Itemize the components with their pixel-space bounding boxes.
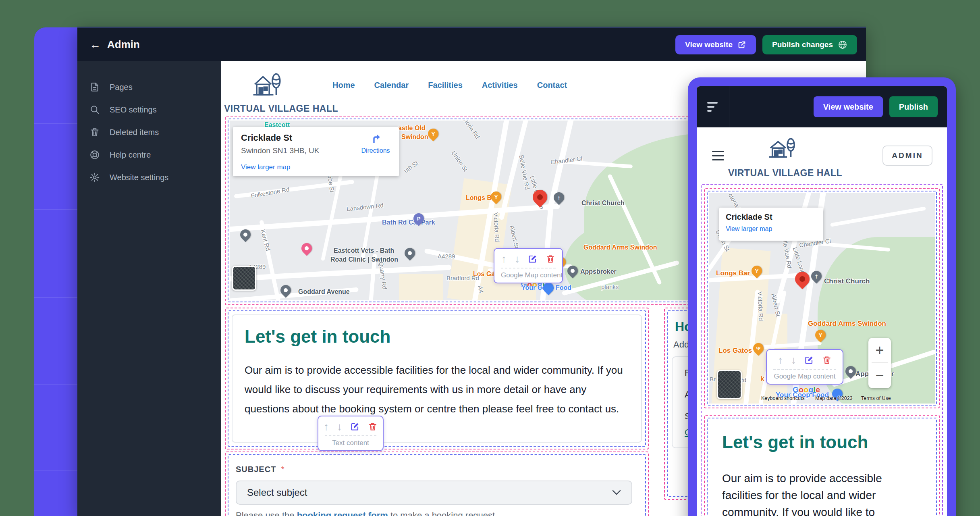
map-pin-food: Ψ <box>751 341 766 356</box>
map-pin-dot <box>403 246 417 261</box>
mobile-paragraph-line: facilities for the local and wider <box>722 487 933 504</box>
subject-label: SUBJECT <box>236 465 276 474</box>
back-arrow-icon[interactable]: ← <box>89 39 101 50</box>
map-pin-martini: Y <box>750 264 764 279</box>
mobile-google-map-embed[interactable]: Google Cricklade St View larger map + − <box>709 193 935 404</box>
sidebar-item-help-centre[interactable]: Help centre <box>77 144 221 166</box>
hamburger-menu-icon[interactable] <box>712 151 724 161</box>
move-down-icon[interactable]: ↓ <box>515 254 520 264</box>
booking-request-form-link[interactable]: booking request form <box>297 510 388 516</box>
search-icon <box>89 104 100 115</box>
mobile-contact-heading: Let's get in touch <box>722 432 933 452</box>
sidebar-item-label: Deleted items <box>110 128 159 137</box>
map-label: Victoria Rd <box>757 291 765 321</box>
text-content-toolbar: ↑ ↓ Text content <box>318 416 384 451</box>
mobile-publish-label: Publish <box>899 102 928 112</box>
map-keyboard-shortcuts[interactable]: Keyboard shortcuts <box>761 395 805 401</box>
map-label: Appsbroker <box>580 268 617 275</box>
delete-icon[interactable] <box>368 422 378 431</box>
helper-prefix: Please use the <box>236 510 297 516</box>
move-down-icon[interactable]: ↓ <box>791 355 796 365</box>
directions-label: Directions <box>359 147 392 154</box>
site-logo-icon <box>766 135 799 162</box>
mobile-map-block-outline: Google Cricklade St View larger map + − <box>704 188 940 408</box>
map-pin-martini: Y <box>813 328 828 343</box>
map-label: A4 <box>477 285 485 293</box>
move-up-icon[interactable]: ↑ <box>778 355 783 365</box>
mobile-map-content-toolbar: ↑ ↓ Google Map content <box>766 349 843 385</box>
sidebar-item-deleted-items[interactable]: Deleted items <box>77 121 221 144</box>
zoom-in-button[interactable]: + <box>868 338 891 362</box>
admin-sidebar: Pages SEO settings Deleted items Help ce… <box>77 61 221 516</box>
map-pin-bed <box>299 241 314 256</box>
required-asterisk: * <box>281 465 284 474</box>
map-label: planks <box>601 283 619 290</box>
move-down-icon[interactable]: ↓ <box>337 421 342 432</box>
mobile-site-logo[interactable]: VIRTUAL VILLAGE HALL <box>728 135 837 179</box>
map-info-card: Cricklade St Swindon SN1 3HB, UK View la… <box>233 127 399 176</box>
sidebar-item-website-settings[interactable]: Website settings <box>77 166 221 189</box>
text-block-inner-outline: Let's get in touch Our aim is to provide… <box>228 310 646 447</box>
edit-icon[interactable] <box>350 422 360 431</box>
gear-icon <box>89 172 100 183</box>
mobile-text-block-outline: Let's get in touch Our aim is to provide… <box>704 415 940 516</box>
nav-calendar[interactable]: Calendar <box>374 81 409 90</box>
move-up-icon[interactable]: ↑ <box>501 254 507 264</box>
view-larger-map-link[interactable]: View larger map <box>241 163 291 171</box>
edit-icon[interactable] <box>528 254 538 264</box>
sidebar-item-label: SEO settings <box>110 105 157 114</box>
admin-badge-button[interactable]: ADMIN <box>882 146 932 166</box>
edit-icon[interactable] <box>804 355 814 365</box>
mobile-page-outline: Google Cricklade St View larger map + − <box>701 184 943 516</box>
map-pin-church: † <box>809 269 824 284</box>
mobile-logo-text: VIRTUAL VILLAGE HALL <box>728 168 837 179</box>
map-label: Belle Vue Rd <box>518 154 531 190</box>
site-logo-text[interactable]: VIRTUAL VILLAGE HALL <box>224 103 338 114</box>
trash-icon <box>89 127 100 137</box>
form-block-outline: SUBJECT * Select subject Please use the … <box>225 452 649 516</box>
mobile-preview-frame: View website Publish VIRTUAL VILLAGE HAL… <box>688 77 956 516</box>
map-label: Folkestone Rd <box>250 186 290 200</box>
strip-divider <box>34 123 77 124</box>
view-larger-map-link[interactable]: View larger map <box>726 225 772 233</box>
panel-toggle-icon[interactable] <box>707 102 718 112</box>
map-label: Bath Rd Car Park <box>382 219 435 226</box>
publish-changes-button[interactable]: Publish changes <box>762 35 857 54</box>
delete-icon[interactable] <box>546 254 555 264</box>
map-label: Christ Church <box>824 277 870 285</box>
satellite-layer-thumbnail[interactable] <box>232 266 256 291</box>
toolbar-label: Text content <box>325 435 376 447</box>
view-website-button[interactable]: View website <box>675 35 756 54</box>
map-terms-link[interactable]: Terms of Use <box>861 395 891 401</box>
toolbar-label: Google Map content <box>501 268 556 279</box>
map-pin-martini: Y <box>426 127 441 141</box>
map-label: Lansdown Rd <box>346 202 384 212</box>
mobile-publish-button[interactable]: Publish <box>889 96 938 117</box>
subject-select[interactable]: Select subject <box>236 481 632 505</box>
directions-button[interactable]: Directions <box>359 133 392 154</box>
sidebar-item-pages[interactable]: Pages <box>77 76 221 98</box>
move-up-icon[interactable]: ↑ <box>324 421 329 432</box>
nav-contact[interactable]: Contact <box>537 81 567 90</box>
subject-select-value: Select subject <box>247 487 307 498</box>
map-card-title: Cricklade St <box>241 133 292 143</box>
map-label: Swindon <box>401 133 428 141</box>
strip-divider <box>34 470 77 471</box>
mobile-view-website-button[interactable]: View website <box>814 96 883 117</box>
map-content-toolbar: ↑ ↓ Google Map content <box>494 248 563 283</box>
text-block-outline: Let's get in touch Our aim is to provide… <box>225 308 649 449</box>
nav-home[interactable]: Home <box>332 81 355 90</box>
mobile-map-inner-outline: Google Cricklade St View larger map + − <box>707 191 937 406</box>
delete-icon[interactable] <box>822 355 832 365</box>
sidebar-item-seo-settings[interactable]: SEO settings <box>77 98 221 121</box>
sidebar-item-label: Help centre <box>110 150 151 160</box>
text-block-card[interactable]: Let's get in touch Our aim is to provide… <box>232 314 642 443</box>
nav-activities[interactable]: Activities <box>482 81 518 90</box>
sidebar-item-label: Website settings <box>110 173 168 182</box>
map-road <box>830 206 926 227</box>
nav-facilities[interactable]: Facilities <box>428 81 463 90</box>
lifebuoy-icon <box>89 150 100 160</box>
map-label: Kent Rd <box>260 229 272 252</box>
zoom-out-button[interactable]: − <box>868 363 891 387</box>
satellite-layer-thumbnail[interactable] <box>717 370 742 399</box>
